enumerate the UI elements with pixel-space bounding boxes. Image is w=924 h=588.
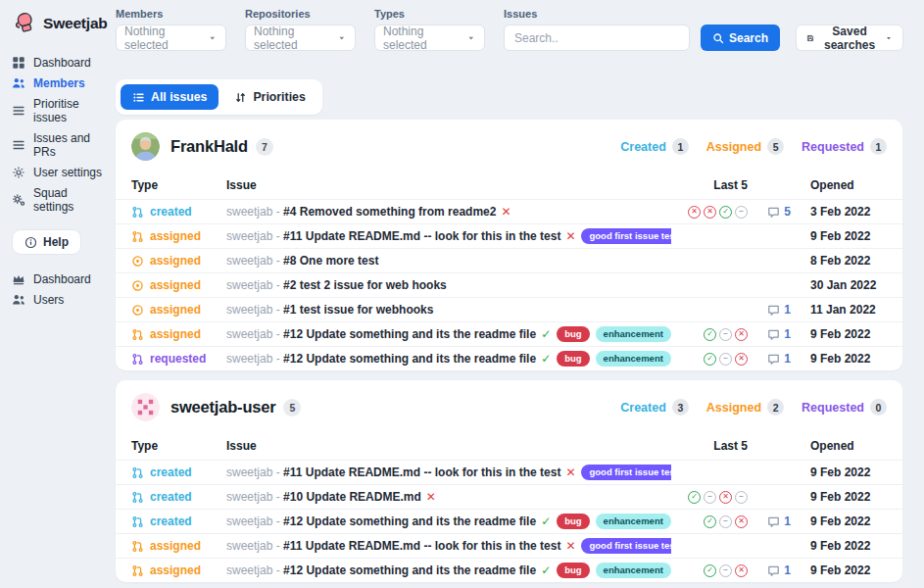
pull-request-icon [131,564,144,577]
stat-requested[interactable]: Requested0 [802,399,887,416]
column-header-last5: Last 5 [671,439,748,453]
issue-row[interactable]: assignedsweetjab - #12 Update something … [116,558,902,582]
comments-cell: 1 [748,303,791,317]
issue-title[interactable]: #12 Update something and its the readme … [283,352,536,366]
stat-requested[interactable]: Requested1 [802,138,887,155]
issue-type-label: created [150,205,192,219]
issue-label: enhancement [596,563,671,578]
issue-label: bug [557,514,589,529]
issue-type-label: assigned [150,303,201,317]
minus-circle-icon: − [719,328,732,341]
comments-cell: 1 [748,327,791,341]
minus-circle-icon: − [719,353,732,366]
issue-cell: sweetjab - #12 Update something and its … [226,351,671,367]
separator: - [272,303,283,317]
sidebar-item-issues-and-prs[interactable]: Issues and PRs [12,127,110,162]
repositories-select[interactable]: Nothing selected [245,24,356,51]
search-button[interactable]: Search [701,24,780,51]
opened-date: 9 Feb 2022 [791,490,887,504]
issue-title[interactable]: #12 Update something and its the readme … [283,514,536,528]
comment-count: 5 [784,205,791,219]
issue-row[interactable]: createdsweetjab - #12 Update something a… [116,509,902,533]
issue-row[interactable]: createdsweetjab - #10 Update README.md✕✓… [116,484,902,509]
tab-all-issues[interactable]: All issues [121,84,219,110]
help-button[interactable]: Help [12,229,81,255]
closed-x-icon: ✕ [501,205,511,219]
issue-label: enhancement [596,351,671,367]
issue-row[interactable]: assignedsweetjab - #1 test issue for web… [116,297,902,321]
main-content: Members Nothing selected Repositories No… [116,0,924,588]
sidebar-item-squad-settings[interactable]: Squad settings [12,182,110,217]
user-name: sweetjab-user [170,398,275,416]
sidebar-item-users[interactable]: Users [12,289,110,310]
sidebar: Sweetjab DashboardMembersPrioritise issu… [0,0,116,588]
issue-title[interactable]: #10 Update README.md [283,490,421,504]
sidebar-item-members[interactable]: Members [12,73,110,93]
issue-row[interactable]: assignedsweetjab - #8 One more test8 Feb… [116,248,902,272]
issue-type: assigned [131,254,226,268]
issue-title[interactable]: #11 Update README.md -- look for this in… [283,229,560,243]
x-circle-icon: ✕ [688,206,701,219]
x-circle-icon: ✕ [735,353,748,366]
closed-x-icon: ✕ [565,466,575,479]
closed-x-icon: ✕ [565,539,575,553]
x-circle-icon: ✕ [735,515,748,528]
stat-count-badge: 1 [672,138,689,155]
app-logo[interactable]: Sweetjab [12,10,110,36]
user-card: sweetjab-user5Created3Assigned2Requested… [116,380,902,582]
issue-title[interactable]: #8 One more test [283,254,378,268]
sidebar-item-prioritise-issues[interactable]: Prioritise issues [12,93,110,127]
issue-row[interactable]: createdsweetjab - #11 Update README.md -… [116,460,902,484]
issue-label: good first issue test [581,465,671,480]
sidebar-item-dashboard[interactable]: Dashboard [12,52,110,73]
issue-row[interactable]: createdsweetjab - #4 Removed something f… [116,199,902,223]
pull-request-icon [131,328,144,341]
issue-title[interactable]: #11 Update README.md -- look for this in… [283,466,560,479]
issue-row[interactable]: assignedsweetjab - #12 Update something … [116,321,902,346]
members-select[interactable]: Nothing selected [116,24,226,51]
sidebar-item-label: Issues and PRs [33,131,110,159]
issue-title[interactable]: #4 Removed something from readme2 [283,205,496,219]
sidebar-item-dashboard[interactable]: Dashboard [12,269,110,289]
issue-type: assigned [131,327,226,341]
stat-assigned[interactable]: Assigned5 [706,138,784,155]
app-title: Sweetjab [43,15,108,32]
comment-icon [767,304,780,317]
issue-title[interactable]: #12 Update something and its the readme … [283,327,536,341]
issue-label: good first issue test [581,538,671,554]
x-circle-icon: ✕ [704,206,716,219]
opened-date: 9 Feb 2022 [791,229,887,243]
issues-search-input[interactable] [504,24,690,51]
issue-title[interactable]: #1 test issue for webhooks [283,303,433,317]
members-select-value: Nothing selected [124,24,208,52]
caret-down-icon [466,33,476,43]
opened-date: 9 Feb 2022 [791,352,887,366]
issue-title[interactable]: #2 test 2 issue for web hooks [283,278,447,292]
sidebar-nav: DashboardMembersPrioritise issuesIssues … [12,52,110,217]
saved-searches-button[interactable]: Saved searches [796,24,903,51]
stat-label: Requested [802,401,864,415]
issue-type-label: created [150,514,192,528]
stat-assigned[interactable]: Assigned2 [706,399,784,416]
issue-title[interactable]: #12 Update something and its the readme … [283,564,536,577]
merged-check-icon: ✓ [541,564,551,577]
issue-row[interactable]: assignedsweetjab - #11 Update README.md … [116,223,902,248]
opened-date: 3 Feb 2022 [791,205,887,219]
issue-row[interactable]: requestedsweetjab - #12 Update something… [116,346,902,370]
check-circle-icon: ✓ [688,491,701,504]
last5-checks: ✓−✕ [671,328,748,341]
issue-row[interactable]: assignedsweetjab - #11 Update README.md … [116,533,902,558]
stat-created[interactable]: Created3 [620,399,689,416]
x-circle-icon: ✕ [735,328,748,341]
types-filter: Types Nothing selected [374,8,485,51]
issue-label: bug [557,563,589,578]
caret-down-icon [208,33,218,43]
sidebar-item-user-settings[interactable]: User settings [12,162,110,182]
issue-row[interactable]: assignedsweetjab - #2 test 2 issue for w… [116,272,902,297]
types-select[interactable]: Nothing selected [374,24,485,51]
stat-created[interactable]: Created1 [620,138,689,155]
issue-title[interactable]: #11 Update README.md -- look for this in… [283,539,560,553]
comment-count: 1 [784,564,791,577]
tab-priorities[interactable]: Priorities [222,84,316,110]
merged-check-icon: ✓ [541,327,551,341]
